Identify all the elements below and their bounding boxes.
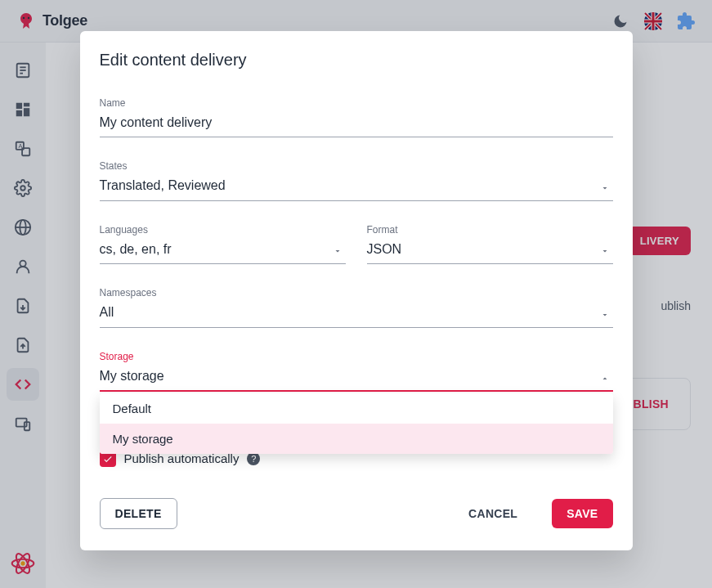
delete-button[interactable]: DELETE xyxy=(100,498,177,529)
storage-select[interactable]: My storage xyxy=(100,367,613,392)
storage-option-default[interactable]: Default xyxy=(100,393,613,424)
cancel-button[interactable]: CANCEL xyxy=(454,499,532,528)
storage-option-my-storage[interactable]: My storage xyxy=(100,424,613,454)
modal-footer: DELETE CANCEL SAVE xyxy=(100,498,613,529)
save-button[interactable]: SAVE xyxy=(552,499,612,528)
languages-label: Languages xyxy=(100,224,346,236)
storage-label: Storage xyxy=(100,351,613,362)
name-input[interactable] xyxy=(100,114,613,137)
namespaces-select[interactable]: All xyxy=(100,303,613,327)
field-format: Format JSON xyxy=(367,224,613,264)
name-label: Name xyxy=(100,97,613,109)
modal-title: Edit content delivery xyxy=(100,51,613,70)
format-label: Format xyxy=(367,224,613,236)
check-icon xyxy=(102,453,114,465)
field-name: Name xyxy=(100,97,613,137)
modal-overlay[interactable]: Edit content delivery Name States Transl… xyxy=(0,0,712,588)
field-states: States Translated, Reviewed xyxy=(100,160,613,200)
field-languages: Languages cs, de, en, fr xyxy=(100,224,346,264)
publish-automatically-label: Publish automatically xyxy=(124,451,240,465)
field-namespaces: Namespaces All xyxy=(100,287,613,327)
field-storage: Storage My storage Default My storage xyxy=(100,351,613,392)
storage-dropdown: Default My storage xyxy=(100,393,613,454)
languages-select[interactable]: cs, de, en, fr xyxy=(100,240,346,264)
states-label: States xyxy=(100,160,613,172)
format-select[interactable]: JSON xyxy=(367,240,613,264)
help-icon[interactable]: ? xyxy=(247,452,260,465)
states-select[interactable]: Translated, Reviewed xyxy=(100,177,613,200)
namespaces-label: Namespaces xyxy=(100,287,613,298)
edit-content-delivery-modal: Edit content delivery Name States Transl… xyxy=(80,31,633,550)
